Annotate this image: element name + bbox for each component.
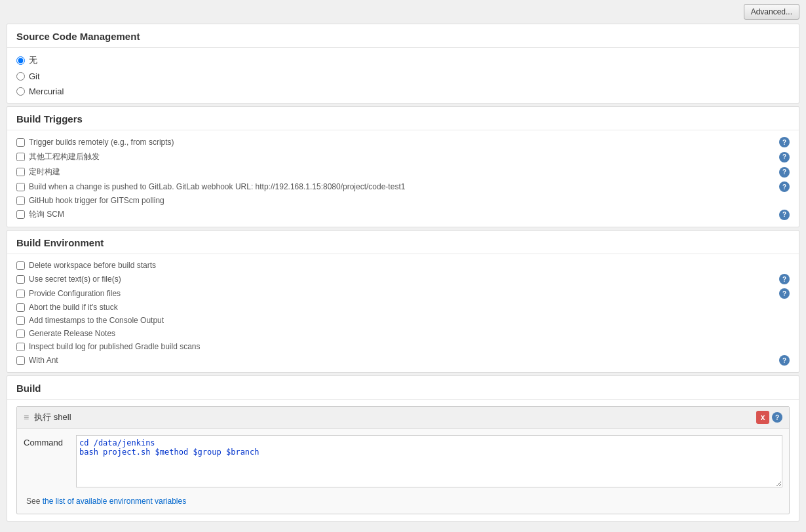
env-help-1[interactable]: ? bbox=[779, 274, 790, 284]
scm-radio-none[interactable] bbox=[16, 56, 25, 65]
env-label-7: With Ant bbox=[29, 356, 58, 365]
scm-option-none[interactable]: 无 bbox=[16, 54, 790, 66]
trigger-help-3[interactable]: ? bbox=[779, 181, 790, 192]
env-check-4[interactable] bbox=[16, 316, 25, 325]
env-label-4: Add timestamps to the Console Output bbox=[29, 316, 164, 325]
build-triggers-section: Build Triggers Trigger builds remotely (… bbox=[7, 106, 799, 227]
shell-controls: x ? bbox=[756, 411, 782, 424]
scm-radio-group: 无 Git Mercurial bbox=[7, 48, 799, 103]
build-environment-list: Delete workspace before build starts Use… bbox=[7, 254, 799, 372]
env-label-3: Abort the build if it's stuck bbox=[29, 303, 118, 312]
build-triggers-list: Trigger builds remotely (e.g., from scri… bbox=[7, 130, 799, 227]
env-item-0: Delete workspace before build starts bbox=[16, 261, 790, 270]
build-environment-title: Build Environment bbox=[7, 231, 799, 254]
trigger-item-5: 轮询 SCM ? bbox=[16, 209, 790, 220]
env-item-6: Inspect build log for published Gradle b… bbox=[16, 342, 790, 351]
advanced-button[interactable]: Advanced... bbox=[744, 4, 799, 20]
env-vars-note-text: See bbox=[26, 497, 43, 506]
scm-option-mercurial[interactable]: Mercurial bbox=[16, 86, 790, 96]
page-wrapper: Advanced... Source Code Management 无 Git… bbox=[0, 0, 806, 532]
trigger-item-1: 其他工程构建后触发 ? bbox=[16, 151, 790, 162]
env-label-5: Generate Release Notes bbox=[29, 329, 115, 338]
trigger-help-0[interactable]: ? bbox=[779, 137, 790, 147]
drag-handle-icon: ≡ bbox=[24, 412, 29, 423]
trigger-label-1: 其他工程构建后触发 bbox=[29, 151, 100, 162]
scm-label-mercurial: Mercurial bbox=[29, 86, 64, 96]
trigger-item-0: Trigger builds remotely (e.g., from scri… bbox=[16, 137, 790, 147]
env-label-1: Use secret text(s) or file(s) bbox=[29, 275, 121, 284]
shell-help-icon[interactable]: ? bbox=[772, 412, 782, 423]
trigger-check-3[interactable] bbox=[16, 183, 25, 191]
trigger-label-4: GitHub hook trigger for GITScm polling bbox=[29, 196, 164, 205]
shell-header: ≡ 执行 shell x ? bbox=[17, 407, 789, 428]
trigger-check-1[interactable] bbox=[16, 153, 25, 161]
env-label-6: Inspect build log for published Gradle b… bbox=[29, 342, 201, 351]
env-check-1[interactable] bbox=[16, 275, 25, 284]
shell-title: 执行 shell bbox=[34, 411, 71, 423]
trigger-help-1[interactable]: ? bbox=[779, 152, 790, 162]
command-textarea[interactable]: cd /data/jenkins bash project.sh $method… bbox=[76, 435, 782, 487]
env-item-5: Generate Release Notes bbox=[16, 329, 790, 338]
trigger-label-3: Build when a change is pushed to GitLab.… bbox=[29, 182, 405, 191]
trigger-help-5[interactable]: ? bbox=[779, 210, 790, 220]
delete-button[interactable]: x bbox=[756, 411, 769, 424]
scm-option-git[interactable]: Git bbox=[16, 71, 790, 81]
env-item-2: Provide Configuration files ? bbox=[16, 288, 790, 299]
env-check-7[interactable] bbox=[16, 356, 25, 365]
command-row: Command cd /data/jenkins bash project.sh… bbox=[17, 428, 789, 494]
scm-radio-git[interactable] bbox=[16, 72, 25, 81]
env-label-2: Provide Configuration files bbox=[29, 289, 121, 298]
trigger-item-4: GitHub hook trigger for GITScm polling bbox=[16, 196, 790, 205]
env-check-0[interactable] bbox=[16, 261, 25, 270]
env-item-1: Use secret text(s) or file(s) ? bbox=[16, 274, 790, 284]
trigger-item-2: 定时构建 ? bbox=[16, 166, 790, 178]
build-title: Build bbox=[7, 376, 799, 400]
env-check-5[interactable] bbox=[16, 330, 25, 338]
shell-block: ≡ 执行 shell x ? Command cd /data/jenkins … bbox=[16, 406, 790, 514]
scm-radio-mercurial[interactable] bbox=[16, 87, 25, 96]
env-check-2[interactable] bbox=[16, 290, 25, 298]
source-code-management-section: Source Code Management 无 Git Mercurial bbox=[7, 24, 799, 104]
env-item-7: With Ant ? bbox=[16, 355, 790, 366]
build-environment-section: Build Environment Delete workspace befor… bbox=[7, 230, 799, 373]
trigger-check-5[interactable] bbox=[16, 210, 25, 219]
env-help-7[interactable]: ? bbox=[779, 355, 790, 366]
scm-label-git: Git bbox=[29, 71, 40, 81]
env-check-6[interactable] bbox=[16, 343, 25, 351]
build-triggers-title: Build Triggers bbox=[7, 107, 799, 130]
env-vars-note: See the list of available environment va… bbox=[17, 494, 789, 514]
trigger-check-2[interactable] bbox=[16, 168, 25, 176]
trigger-check-0[interactable] bbox=[16, 138, 25, 147]
env-help-2[interactable]: ? bbox=[779, 288, 790, 299]
source-code-management-title: Source Code Management bbox=[7, 24, 799, 48]
scm-label-none: 无 bbox=[29, 54, 37, 66]
trigger-check-4[interactable] bbox=[16, 197, 25, 205]
trigger-label-5: 轮询 SCM bbox=[29, 209, 64, 220]
trigger-item-3: Build when a change is pushed to GitLab.… bbox=[16, 181, 790, 192]
env-label-0: Delete workspace before build starts bbox=[29, 261, 156, 270]
env-item-4: Add timestamps to the Console Output bbox=[16, 316, 790, 325]
env-check-3[interactable] bbox=[16, 303, 25, 312]
env-vars-link[interactable]: the list of available environment variab… bbox=[43, 497, 186, 506]
build-section: Build ≡ 执行 shell x ? Command cd /data/je… bbox=[7, 375, 799, 522]
top-bar: Advanced... bbox=[0, 0, 806, 24]
trigger-label-0: Trigger builds remotely (e.g., from scri… bbox=[29, 138, 174, 147]
trigger-help-2[interactable]: ? bbox=[779, 167, 790, 178]
env-item-3: Abort the build if it's stuck bbox=[16, 303, 790, 312]
command-label: Command bbox=[24, 435, 69, 447]
trigger-label-2: 定时构建 bbox=[29, 166, 60, 178]
